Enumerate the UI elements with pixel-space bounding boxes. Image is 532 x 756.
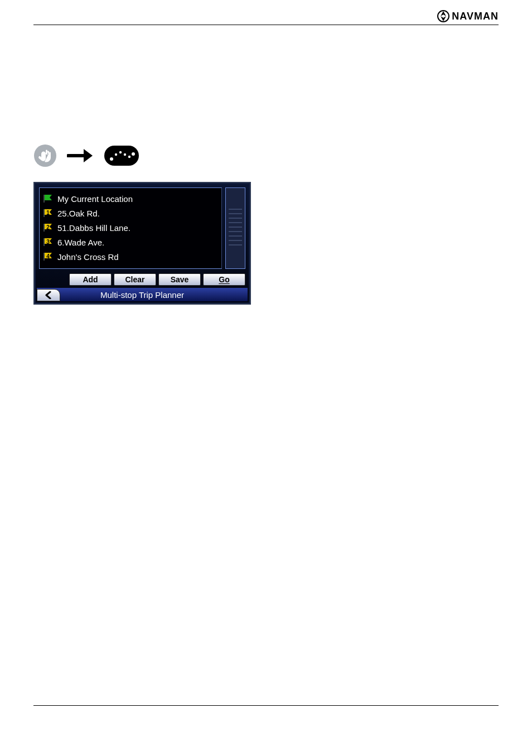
go-button[interactable]: Go <box>203 273 245 286</box>
titlebar: Multi-stop Trip Planner <box>37 288 248 301</box>
scrollbar-thumb-icon <box>229 209 242 248</box>
svg-point-3 <box>110 157 113 161</box>
list-item-label: 6.Wade Ave. <box>57 238 104 247</box>
multistop-icon <box>104 145 139 166</box>
icon-sequence <box>33 144 139 167</box>
chevron-left-icon <box>44 291 53 299</box>
scrollbar[interactable] <box>225 187 245 269</box>
list-item[interactable]: 3 6.Wade Ave. <box>43 235 218 249</box>
svg-point-4 <box>115 153 117 156</box>
button-label: Add <box>83 275 98 284</box>
svg-point-6 <box>124 153 126 156</box>
flag-start-icon <box>43 194 53 203</box>
titlebar-text: Multi-stop Trip Planner <box>100 290 184 300</box>
brand-logo: NAVMAN <box>437 10 499 22</box>
footer-rule <box>33 705 499 706</box>
arrow-right-icon <box>67 148 94 163</box>
button-row: Add Clear Save Go <box>69 273 245 286</box>
list-item-label: 51.Dabbs Hill Lane. <box>57 223 130 233</box>
clear-button[interactable]: Clear <box>114 273 156 286</box>
save-button[interactable]: Save <box>158 273 201 286</box>
flag-stop-icon: 2 <box>43 223 53 232</box>
flag-stop-icon: 4 <box>43 252 53 261</box>
svg-point-5 <box>119 151 122 153</box>
list-item[interactable]: My Current Location <box>43 191 218 206</box>
svg-point-7 <box>128 156 130 158</box>
trip-list-pane: My Current Location 1 25.Oak Rd. <box>39 187 222 269</box>
list-item-label: My Current Location <box>57 194 133 204</box>
button-label: Go <box>219 275 229 284</box>
button-label: Clear <box>125 275 144 284</box>
list-item-label: 25.Oak Rd. <box>57 209 100 218</box>
svg-rect-2 <box>104 146 139 166</box>
flag-stop-icon: 1 <box>43 209 53 218</box>
device-screenshot: My Current Location 1 25.Oak Rd. <box>33 182 251 305</box>
list-item[interactable]: 4 John's Cross Rd <box>43 249 218 264</box>
back-button[interactable] <box>37 289 60 301</box>
list-item[interactable]: 2 51.Dabbs Hill Lane. <box>43 220 218 235</box>
svg-rect-9 <box>43 195 45 203</box>
header-rule <box>33 25 499 25</box>
button-label: Save <box>171 275 189 284</box>
navman-mark-icon <box>437 10 449 22</box>
add-button[interactable]: Add <box>69 273 112 286</box>
list-item[interactable]: 1 25.Oak Rd. <box>43 206 218 220</box>
brand-name: NAVMAN <box>452 11 499 22</box>
list-item-label: John's Cross Rd <box>57 252 119 262</box>
flag-stop-icon: 3 <box>43 238 53 247</box>
tap-icon <box>33 144 57 167</box>
svg-point-8 <box>132 152 135 156</box>
